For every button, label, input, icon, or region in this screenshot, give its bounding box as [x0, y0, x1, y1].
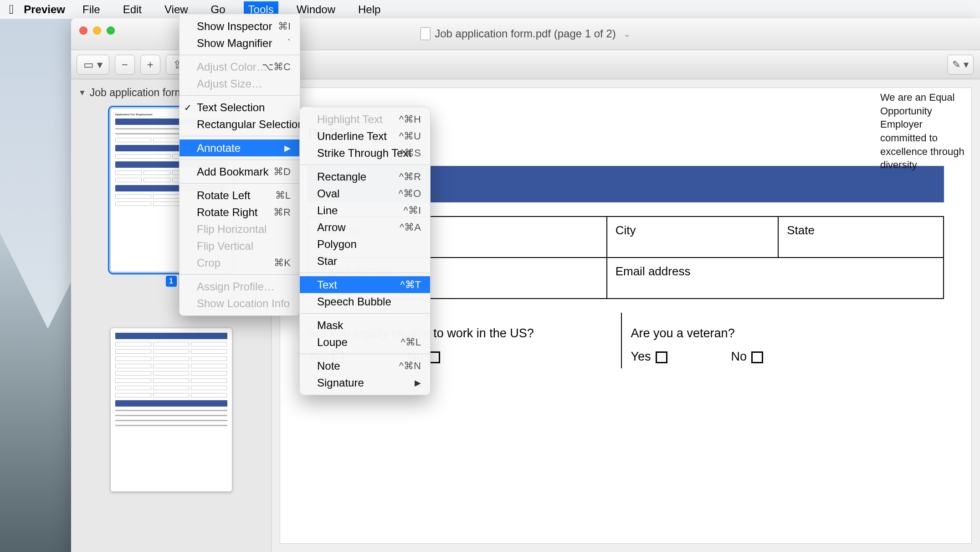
shortcut-label: ^⌘U	[399, 130, 421, 142]
menu-item-label: Adjust Size…	[197, 77, 262, 90]
menu-item-label: Flip Vertical	[197, 240, 253, 253]
shortcut-label: ^⌘R	[399, 171, 421, 183]
annotate-menu-item-rectangle[interactable]: Rectangle^⌘R	[300, 168, 430, 185]
menubar-item-edit[interactable]: Edit	[118, 1, 146, 18]
menu-item-label: Flip Horizontal	[197, 223, 267, 236]
macos-menubar:  Preview File Edit View Go Tools Window…	[0, 0, 980, 19]
annotate-menu-item-mask[interactable]: Mask	[300, 317, 430, 334]
shortcut-label: ^⌘I	[404, 205, 421, 217]
app-name[interactable]: Preview	[24, 3, 65, 16]
tools-menu-item-assign-profile: Assign Profile…	[180, 278, 300, 295]
tools-menu-item-annotate[interactable]: Annotate▶	[180, 139, 300, 156]
traffic-lights	[79, 26, 115, 35]
zoom-out-button[interactable]: −	[115, 55, 135, 75]
menu-item-label: Underline Text	[317, 130, 387, 143]
menu-item-label: Rectangle	[317, 170, 366, 183]
window-title[interactable]: Job application form.pdf (page 1 of 2) ⌄	[420, 27, 631, 40]
minimize-button[interactable]	[93, 26, 101, 35]
annotate-menu-item-arrow[interactable]: Arrow^⌘A	[300, 219, 430, 236]
annotate-menu-item-speech-bubble[interactable]: Speech Bubble	[300, 293, 430, 310]
annotate-menu-item-line[interactable]: Line^⌘I	[300, 202, 430, 219]
menu-item-label: Show Inspector	[197, 20, 272, 33]
apple-menu-icon[interactable]: 	[9, 2, 14, 17]
shortcut-label: ⌘D	[273, 166, 291, 178]
shortcut-label: ^⌘T	[400, 279, 421, 291]
shortcut-label: ⌘K	[274, 257, 291, 269]
annotate-submenu: Highlight Text^⌘HUnderline Text^⌘UStrike…	[299, 107, 431, 395]
close-button[interactable]	[79, 26, 87, 35]
tools-menu-item-flip-vertical: Flip Vertical	[180, 237, 300, 254]
page-thumbnail-2[interactable]	[110, 328, 232, 492]
tools-menu-item-show-magnifier[interactable]: Show Magnifier`	[180, 35, 300, 52]
menu-item-label: Assign Profile…	[197, 280, 275, 293]
shortcut-label: ⌥⌘C	[262, 61, 291, 73]
annotate-menu-item-star[interactable]: Star	[300, 253, 430, 269]
page-badge-1: 1	[166, 276, 177, 287]
shortcut-label: ^⌘H	[399, 113, 421, 125]
menu-item-label: Oval	[317, 187, 339, 200]
shortcut-label: ^⌘A	[400, 222, 421, 233]
tools-menu-item-text-selection[interactable]: ✓Text Selection	[180, 99, 300, 116]
tools-menu-item-adjust-color: Adjust Color…⌥⌘C	[180, 58, 300, 75]
document-icon	[420, 27, 430, 40]
menu-item-label: Adjust Color…	[197, 61, 267, 73]
tools-menu-item-rotate-right[interactable]: Rotate Right⌘R	[180, 204, 300, 221]
tools-menu-item-show-inspector[interactable]: Show Inspector⌘I	[180, 18, 300, 35]
shortcut-label: ^⌘L	[400, 336, 421, 348]
shortcut-label: ^⌘O	[399, 188, 421, 200]
submenu-arrow-icon: ▶	[415, 378, 421, 388]
tools-menu-item-rotate-left[interactable]: Rotate Left⌘L	[180, 187, 300, 204]
zoom-in-button[interactable]: +	[140, 55, 160, 75]
menu-item-label: Text	[317, 279, 337, 291]
annotate-menu-item-note[interactable]: Note^⌘N	[300, 357, 430, 374]
checkbox-veteran-yes[interactable]	[656, 351, 667, 363]
tools-menu-item-rectangular-selection[interactable]: Rectangular Selection	[180, 116, 300, 133]
label-yes: Yes	[631, 350, 651, 363]
field-label-email: Email address	[607, 258, 944, 299]
menu-item-label: Line	[317, 204, 338, 217]
menubar-item-help[interactable]: Help	[354, 1, 385, 18]
tools-menu-item-adjust-size: Adjust Size…	[180, 75, 300, 92]
annotate-menu-item-highlight-text: Highlight Text^⌘H	[300, 111, 430, 128]
eql-opportunity-text: We are an Equal Opportunity Employer com…	[880, 91, 971, 172]
question-veteran: Are you a veteran?	[631, 326, 935, 340]
tools-menu-item-crop: Crop⌘K	[180, 254, 300, 271]
shortcut-label: ⌘I	[278, 21, 291, 32]
annotate-menu-item-underline-text[interactable]: Underline Text^⌘U	[300, 128, 430, 144]
annotate-menu-item-loupe[interactable]: Loupe^⌘L	[300, 334, 430, 351]
tools-menu-item-flip-horizontal: Flip Horizontal	[180, 221, 300, 237]
annotate-menu-item-polygon[interactable]: Polygon	[300, 236, 430, 253]
menu-item-label: Annotate	[197, 142, 241, 155]
menubar-item-file[interactable]: File	[78, 1, 105, 18]
title-chevron-icon[interactable]: ⌄	[623, 28, 631, 39]
menu-item-label: Add Bookmark	[197, 165, 268, 178]
menu-item-label: Mask	[317, 319, 343, 332]
shortcut-label: ⌘L	[275, 190, 291, 201]
field-label-state: State	[778, 217, 944, 258]
view-mode-button[interactable]: ▭ ▾	[77, 55, 109, 75]
disclosure-triangle-icon[interactable]: ▼	[78, 88, 86, 98]
menu-item-label: Show Magnifier	[197, 37, 272, 50]
menu-item-label: Text Selection	[197, 101, 265, 114]
menu-item-label: Arrow	[317, 221, 346, 234]
menu-item-label: Polygon	[317, 238, 357, 251]
tools-menu-item-show-location-info: Show Location Info	[180, 295, 300, 312]
menu-item-label: Strike Through Text	[317, 147, 411, 160]
markup-toolbar-button[interactable]: ✎ ▾	[947, 55, 974, 75]
window-title-text: Job application form.pdf (page 1 of 2)	[435, 27, 616, 40]
annotate-menu-item-strike-through-text[interactable]: Strike Through Text^⌘S	[300, 144, 430, 161]
label-no: No	[731, 350, 747, 363]
annotate-menu-item-oval[interactable]: Oval^⌘O	[300, 185, 430, 202]
checkbox-veteran-no[interactable]	[751, 351, 763, 363]
tools-menu-item-add-bookmark[interactable]: Add Bookmark⌘D	[180, 163, 300, 180]
menu-item-label: Rectangular Selection	[197, 118, 304, 131]
menu-item-label: Note	[317, 360, 340, 372]
menu-item-label: Highlight Text	[317, 113, 383, 126]
shortcut-label: ^⌘N	[399, 360, 421, 372]
fullscreen-button[interactable]	[107, 26, 115, 35]
annotate-menu-item-text[interactable]: Text^⌘T	[300, 276, 430, 293]
annotate-menu-item-signature[interactable]: Signature▶	[300, 374, 430, 391]
menu-item-label: Rotate Left	[197, 189, 250, 202]
menu-item-label: Crop	[197, 257, 221, 269]
menu-item-label: Signature	[317, 377, 364, 389]
